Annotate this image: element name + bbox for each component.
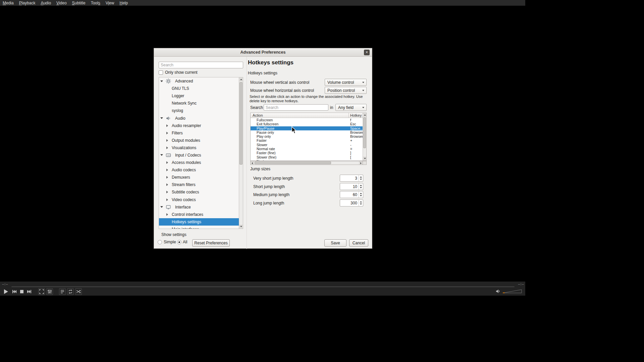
menu-item-view[interactable]: View <box>103 0 117 6</box>
tree-item-demuxers[interactable]: Demuxers <box>159 174 239 181</box>
hotkey-row-normal-rate[interactable]: Normal rate= <box>251 147 363 151</box>
collapsed-arrow-icon[interactable] <box>166 176 170 179</box>
save-button[interactable]: Save <box>324 239 346 247</box>
menu-item-video[interactable]: Video <box>54 0 69 6</box>
very-short-jump-length-spinner[interactable]: 3 <box>340 175 363 182</box>
action-column-header[interactable]: Action <box>253 113 263 117</box>
menu-item-help[interactable]: Help <box>117 0 130 6</box>
only-show-current-checkbox[interactable] <box>159 70 163 75</box>
tree-item-main-interfaces[interactable]: Main interfaces <box>159 226 239 229</box>
scrollbar-thumb[interactable] <box>255 162 331 164</box>
collapsed-arrow-icon[interactable] <box>166 198 170 201</box>
table-vertical-scrollbar[interactable] <box>363 113 366 161</box>
tree-item-input-codecs[interactable]: 101Input / Codecs <box>159 152 239 159</box>
expanded-arrow-icon[interactable] <box>160 206 164 208</box>
tree-item-control-interfaces[interactable]: Control interfaces <box>159 211 239 218</box>
scrollbar-thumb[interactable] <box>363 117 366 148</box>
tree-item-video-codecs[interactable]: Video codecs <box>159 196 239 203</box>
spinner-arrows-icon[interactable] <box>359 200 363 206</box>
playlist-button[interactable] <box>59 288 66 295</box>
tree-item-stream-filters[interactable]: Stream filters <box>159 181 239 188</box>
expanded-arrow-icon[interactable] <box>160 117 164 119</box>
mouse-wheel-horizontal-dropdown[interactable]: Position control <box>325 87 367 94</box>
scrollbar-thumb[interactable] <box>239 82 243 165</box>
tree-item-audio[interactable]: Audio <box>159 114 239 122</box>
collapsed-arrow-icon[interactable] <box>166 132 170 134</box>
collapsed-arrow-icon[interactable] <box>166 146 170 149</box>
seek-bar[interactable] <box>11 286 515 287</box>
hotkey-row-exit-fullscreen[interactable]: Exit fullscreenEsc <box>251 122 363 126</box>
tree-item-filters[interactable]: Filters <box>159 129 239 137</box>
cancel-button[interactable]: Cancel <box>349 239 368 247</box>
radio-simple[interactable] <box>158 240 162 244</box>
next-button[interactable] <box>26 289 32 295</box>
tree-scrollbar[interactable] <box>239 77 243 229</box>
hotkey-row-play-only[interactable]: Play onlyBrowser... <box>251 134 363 138</box>
collapsed-arrow-icon[interactable] <box>166 213 170 216</box>
menu-item-tools[interactable]: Tools <box>88 0 103 6</box>
tree-item-syslog[interactable]: syslog <box>159 107 239 114</box>
tree-item-output-modules[interactable]: Output modules <box>159 137 239 144</box>
collapsed-arrow-icon[interactable] <box>166 139 170 142</box>
tree-item-interface[interactable]: Interface <box>159 203 239 211</box>
menu-item-media[interactable]: Media <box>0 0 16 6</box>
tree-item-audio-codecs[interactable]: Audio codecs <box>159 166 239 174</box>
hotkey-row-faster-fine[interactable]: Faster (fine)] <box>251 151 363 155</box>
tree-item-access-modules[interactable]: Access modules <box>159 159 239 166</box>
search-field-dropdown[interactable]: Any field <box>335 104 367 111</box>
hotkey-row-pause-only[interactable]: Pause onlyBrowser... <box>251 130 363 134</box>
play-button[interactable] <box>1 287 10 296</box>
tree-item-gnu-tls[interactable]: GNU TLS <box>159 85 239 92</box>
hotkeys-search-input[interactable] <box>264 104 328 111</box>
mouse-wheel-vertical-dropdown[interactable]: Volume control <box>325 79 367 86</box>
collapsed-arrow-icon[interactable] <box>166 183 170 186</box>
medium-jump-length-spinner[interactable]: 60 <box>340 191 363 198</box>
tree-item-visualizations[interactable]: Visualizations <box>159 144 239 152</box>
long-jump-length-spinner[interactable]: 300 <box>340 199 363 206</box>
short-jump-length-spinner[interactable]: 10 <box>340 183 363 190</box>
expanded-arrow-icon[interactable] <box>160 80 164 82</box>
scroll-up-icon[interactable] <box>239 77 243 81</box>
tree-item-logger[interactable]: Logger <box>159 92 239 100</box>
collapsed-arrow-icon[interactable] <box>166 161 170 164</box>
menu-item-playback[interactable]: Playback <box>16 0 38 6</box>
extended-settings-button[interactable] <box>46 288 53 295</box>
scroll-left-icon[interactable] <box>251 161 254 165</box>
scroll-down-icon[interactable] <box>239 225 243 229</box>
hotkey-row-play-pause[interactable]: Play/PauseSpace... <box>251 126 363 130</box>
loop-button[interactable] <box>67 288 74 295</box>
collapsed-arrow-icon[interactable] <box>166 124 170 127</box>
previous-button[interactable] <box>11 289 17 295</box>
volume-slider[interactable] <box>502 289 522 294</box>
radio-all[interactable] <box>177 240 181 244</box>
hotkey-column-header[interactable]: Hotkey <box>350 113 362 117</box>
tree-item-network-sync[interactable]: Network Sync <box>159 100 239 107</box>
hotkey-row-next[interactable]: Nextn <box>251 159 363 161</box>
scroll-down-icon[interactable] <box>363 157 366 161</box>
scroll-up-icon[interactable] <box>363 113 366 117</box>
spinner-arrows-icon[interactable] <box>359 175 363 181</box>
collapsed-arrow-icon[interactable] <box>166 169 170 171</box>
stop-button[interactable] <box>19 289 25 295</box>
tree-item-hotkeys-settings[interactable]: Hotkeys settings <box>159 218 239 226</box>
close-button[interactable]: × <box>364 50 370 55</box>
panel-splitter[interactable] <box>247 57 247 249</box>
hotkey-row-fullscreen[interactable]: Fullscreenf <box>251 118 363 122</box>
random-button[interactable] <box>75 288 82 295</box>
spinner-arrows-icon[interactable] <box>359 183 363 190</box>
tree-item-subtitle-codecs[interactable]: Subtitle codecs <box>159 188 239 196</box>
speaker-icon[interactable] <box>496 289 501 294</box>
preferences-search-input[interactable] <box>159 62 243 68</box>
hotkey-row-faster[interactable]: Faster+ <box>251 138 363 142</box>
collapsed-arrow-icon[interactable] <box>166 191 170 193</box>
reset-preferences-button[interactable]: Reset Preferences <box>192 239 230 247</box>
tree-item-advanced[interactable]: Advanced <box>159 77 239 85</box>
menu-item-subtitle[interactable]: Subtitle <box>69 0 88 6</box>
scroll-right-icon[interactable] <box>359 161 363 165</box>
hotkey-row-slower-fine[interactable]: Slower (fine)[ <box>251 155 363 159</box>
menu-item-audio[interactable]: Audio <box>38 0 54 6</box>
hotkey-row-slower[interactable]: Slower- <box>251 143 363 147</box>
dialog-titlebar[interactable]: Advanced Preferences × <box>154 48 372 57</box>
spinner-arrows-icon[interactable] <box>359 191 363 198</box>
table-horizontal-scrollbar[interactable] <box>250 161 363 165</box>
